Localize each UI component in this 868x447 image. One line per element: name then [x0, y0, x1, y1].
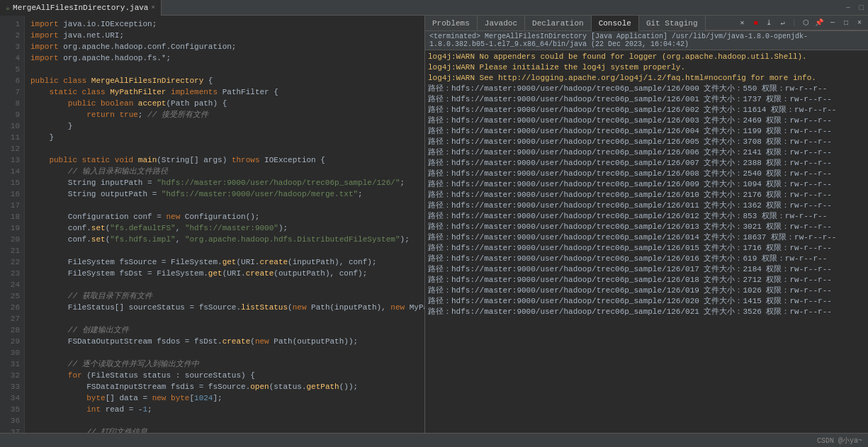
maximize-panel-btn[interactable]: □ [840, 17, 852, 28]
console-line: 路径：hdfs://master:9000/user/hadoop/trec06… [428, 307, 865, 317]
line-numbers: 1 2 3 4 5 6 7 8 9 10 11 12 13 14 15 16 1… [0, 16, 25, 433]
console-line: 路径：hdfs://master:9000/user/hadoop/trec06… [428, 285, 865, 296]
console-line: 路径：hdfs://master:9000/user/hadoop/trec06… [428, 232, 865, 243]
tab-declaration[interactable]: Declaration [525, 16, 592, 31]
console-line: 路径：hdfs://master:9000/user/hadoop/trec06… [428, 275, 865, 285]
console-line: 路径：hdfs://master:9000/user/hadoop/trec06… [428, 222, 865, 232]
console-lines: 路径：hdfs://master:9000/user/hadoop/trec06… [428, 84, 865, 317]
pin-btn[interactable]: 📌 [813, 17, 825, 28]
minimize-btn[interactable]: − [842, 4, 855, 12]
console-line: 路径：hdfs://master:9000/user/hadoop/trec06… [428, 179, 865, 190]
editor-tab-main[interactable]: ☕ MergeAllFilesInDirectory.java × [0, 0, 162, 16]
console-line: 路径：hdfs://master:9000/user/hadoop/trec06… [428, 243, 865, 254]
warn-line-3: log4j:WARN See http://logging.apache.org… [428, 73, 865, 84]
console-line: 路径：hdfs://master:9000/user/hadoop/trec06… [428, 264, 865, 275]
console-line: 路径：hdfs://master:9000/user/hadoop/trec06… [428, 254, 865, 264]
console-line: 路径：hdfs://master:9000/user/hadoop/trec06… [428, 115, 865, 126]
clear-console-btn[interactable]: ✕ [736, 17, 748, 28]
tab-console[interactable]: Console [592, 16, 639, 31]
tab-problems[interactable]: Problems [425, 16, 478, 31]
main-content: 1 2 3 4 5 6 7 8 9 10 11 12 13 14 15 16 1… [0, 16, 868, 433]
editor-panel: 1 2 3 4 5 6 7 8 9 10 11 12 13 14 15 16 1… [0, 16, 425, 433]
panel-tab-row: Problems Javadoc Declaration Console Git… [425, 16, 868, 31]
scroll-lock-btn[interactable]: ⤓ [763, 17, 774, 28]
console-line: 路径：hdfs://master:9000/user/hadoop/trec06… [428, 105, 865, 115]
warn-line-1: log4j:WARN No appenders could be found f… [428, 52, 865, 62]
minimize-panel-btn[interactable]: ─ [827, 17, 838, 28]
tab-git-staging[interactable]: Git Staging [639, 16, 706, 31]
console-line: 路径：hdfs://master:9000/user/hadoop/trec06… [428, 158, 865, 169]
open-console-btn[interactable]: ⬡ [800, 17, 811, 28]
maximize-btn[interactable]: □ [855, 4, 868, 12]
word-wrap-btn[interactable]: ↵ [777, 17, 788, 28]
console-terminated-header: <terminated> MergeAllFilesInDirectory [J… [425, 31, 868, 50]
console-line: 路径：hdfs://master:9000/user/hadoop/trec06… [428, 137, 865, 147]
console-line: 路径：hdfs://master:9000/user/hadoop/trec06… [428, 84, 865, 94]
console-line: 路径：hdfs://master:9000/user/hadoop/trec06… [428, 211, 865, 222]
console-line: 路径：hdfs://master:9000/user/hadoop/trec06… [428, 296, 865, 307]
console-line: 路径：hdfs://master:9000/user/hadoop/trec06… [428, 147, 865, 158]
java-file-icon: ☕ [6, 4, 10, 12]
terminated-text: <terminated> MergeAllFilesInDirectory [J… [429, 33, 808, 48]
tab-javadoc[interactable]: Javadoc [478, 16, 525, 31]
warn-line-2: log4j:WARN Please initialize the log4j s… [428, 62, 865, 73]
console-line: 路径：hdfs://master:9000/user/hadoop/trec06… [428, 94, 865, 105]
tab-close-btn[interactable]: × [151, 4, 154, 11]
console-line: 路径：hdfs://master:9000/user/hadoop/trec06… [428, 169, 865, 179]
editor-tab-bar: ☕ MergeAllFilesInDirectory.java × − □ [0, 0, 868, 16]
brand-label: CSDN @小ya~ [817, 436, 862, 446]
console-line: 路径：hdfs://master:9000/user/hadoop/trec06… [428, 126, 865, 137]
console-line: 路径：hdfs://master:9000/user/hadoop/trec06… [428, 200, 865, 211]
right-panel: Problems Javadoc Declaration Console Git… [425, 16, 868, 433]
close-panel-btn[interactable]: × [854, 17, 865, 28]
stop-btn[interactable]: ■ [750, 17, 761, 28]
code-editor[interactable]: import java.io.IOException; import java.… [25, 16, 424, 433]
code-area: 1 2 3 4 5 6 7 8 9 10 11 12 13 14 15 16 1… [0, 16, 424, 433]
editor-tab-label: MergeAllFilesInDirectory.java [13, 4, 148, 12]
console-output[interactable]: log4j:WARN No appenders could be found f… [425, 50, 868, 433]
bottom-bar: CSDN @小ya~ [0, 433, 868, 447]
console-line: 路径：hdfs://master:9000/user/hadoop/trec06… [428, 190, 865, 200]
